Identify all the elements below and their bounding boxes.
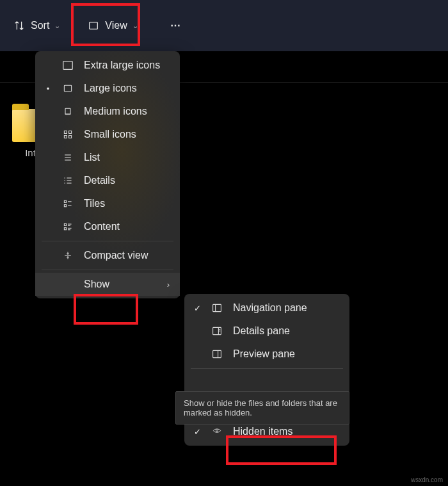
svg-point-37 (216, 430, 218, 432)
menu-item-medium-icons[interactable]: Medium icons (35, 100, 180, 123)
menu-item-small-icons[interactable]: Small icons (35, 123, 180, 146)
rect-l-icon (61, 83, 75, 93)
more-button[interactable]: ⋯ (164, 14, 188, 36)
view-menu: Extra large icons • Large icons Medium i… (35, 51, 180, 298)
menu-item-details-pane[interactable]: Details pane (184, 320, 349, 343)
menu-item-label: Large icons (84, 83, 137, 94)
menu-item-label: Compact view (84, 250, 148, 261)
sort-label: Sort (31, 20, 49, 31)
content-icon (61, 222, 75, 232)
svg-rect-8 (69, 136, 72, 138)
svg-rect-25 (64, 228, 66, 230)
tiles-icon (61, 198, 75, 209)
svg-rect-0 (90, 22, 98, 29)
chevron-down-icon: ⌄ (54, 22, 60, 30)
svg-rect-35 (213, 350, 221, 357)
svg-rect-7 (64, 136, 67, 138)
menu-item-details[interactable]: Details (35, 169, 180, 192)
ellipsis-icon: ⋯ (170, 19, 182, 31)
grid-s-icon (61, 129, 75, 140)
sort-button[interactable]: Sort ⌄ (4, 14, 69, 37)
chevron-down-icon: ⌄ (132, 22, 138, 30)
toolbar: Sort ⌄ View ⌄ ⋯ (0, 0, 448, 51)
menu-item-extra-large-icons[interactable]: Extra large icons (35, 54, 180, 77)
separator (191, 368, 343, 369)
menu-item-label: Details pane (233, 325, 290, 337)
check-icon: ✓ (193, 427, 201, 437)
menu-item-label: Content (84, 221, 120, 232)
svg-rect-22 (64, 223, 66, 225)
sort-icon (13, 19, 26, 32)
view-icon (87, 19, 100, 32)
chevron-right-icon: › (167, 280, 170, 289)
menu-item-label: Show (84, 279, 109, 290)
menu-item-label: Details (84, 175, 115, 186)
tooltip: Show or hide the files and folders that … (175, 391, 349, 425)
menu-item-preview-pane[interactable]: Preview pane (184, 343, 349, 366)
menu-item-content[interactable]: Content (35, 215, 180, 238)
view-button[interactable]: View ⌄ (78, 14, 147, 37)
svg-rect-20 (64, 205, 66, 207)
menu-item-label: Hidden items (233, 426, 292, 437)
menu-item-navigation-pane[interactable]: ✓ Navigation pane (184, 296, 349, 320)
menu-item-label: List (84, 152, 100, 163)
svg-rect-18 (64, 200, 66, 202)
eye-icon (210, 427, 224, 436)
menu-item-label: Medium icons (84, 106, 147, 117)
svg-rect-6 (69, 131, 72, 133)
menu-item-tiles[interactable]: Tiles (35, 192, 180, 215)
tooltip-text: Show or hide the files and folders that … (184, 398, 337, 417)
details-icon (61, 175, 75, 186)
menu-item-large-icons[interactable]: • Large icons (35, 77, 180, 100)
pane-details-icon (210, 326, 224, 336)
svg-rect-1 (63, 61, 72, 70)
separator (42, 241, 173, 241)
menu-item-label: Extra large icons (84, 60, 160, 71)
separator (42, 270, 173, 270)
menu-item-show[interactable]: Show › (35, 273, 180, 296)
menu-item-label: Navigation pane (233, 302, 307, 314)
menu-item-label: Tiles (84, 198, 105, 209)
list-icon (61, 152, 75, 163)
menu-item-label: Preview pane (233, 348, 295, 360)
watermark: wsxdn.com (411, 476, 443, 483)
check-slot: • (44, 84, 52, 93)
svg-rect-2 (64, 85, 71, 92)
menu-item-compact-view[interactable]: Compact view (35, 244, 180, 267)
menu-item-list[interactable]: List (35, 146, 180, 169)
view-label: View (105, 20, 127, 31)
check-icon: ✓ (193, 304, 201, 313)
menu-item-obscured[interactable] (184, 371, 349, 384)
pane-nav-icon (210, 303, 224, 313)
svg-rect-29 (213, 304, 221, 311)
menu-item-label: Small icons (84, 129, 136, 140)
rect-xl-icon (61, 60, 75, 71)
svg-rect-3 (65, 108, 70, 115)
pane-preview-icon (210, 349, 224, 359)
rect-m-icon (61, 106, 75, 117)
compact-icon (61, 250, 75, 261)
svg-rect-5 (64, 131, 67, 133)
